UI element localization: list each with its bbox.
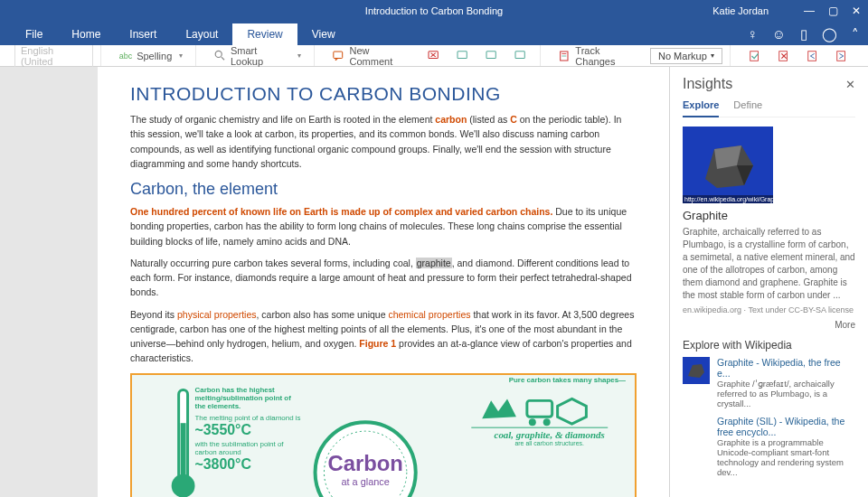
insights-tab-explore[interactable]: Explore (683, 99, 719, 117)
book-icon[interactable]: ▯ (800, 26, 807, 42)
svg-rect-4 (458, 51, 467, 58)
wiki-result-1[interactable]: Graphite - Wikipedia, the free e... Grap… (683, 357, 855, 408)
comment-prev-icon (457, 51, 469, 61)
paragraph-3: Naturally occurring pure carbon takes se… (130, 256, 637, 300)
chevron-up-icon[interactable]: ˄ (852, 26, 859, 42)
wiki-thumb-icon (683, 357, 710, 384)
insights-tab-define[interactable]: Define (733, 99, 762, 117)
tab-layout[interactable]: Layout (171, 23, 232, 45)
svg-rect-5 (486, 51, 495, 58)
svg-rect-12 (808, 51, 816, 61)
prev-change-icon (807, 50, 819, 62)
image-source-caption: http://en.wikipedia.org/wiki/Graph... (683, 195, 773, 203)
tab-insert[interactable]: Insert (115, 23, 171, 45)
title-bar: Introduction to Carbon Bonding Katie Jor… (0, 0, 868, 22)
infographic-figure: Carbon at a glance Carbon has the highes… (130, 373, 637, 497)
svg-point-22 (529, 418, 536, 426)
paragraph-4: Beyond its physical properties, carbon a… (130, 307, 637, 366)
selected-text[interactable]: graphite (416, 258, 452, 268)
insights-title: Insights (683, 76, 732, 92)
insights-more-link[interactable]: More (683, 320, 855, 330)
track-changes-icon (559, 50, 571, 62)
insights-source: en.wikipedia.org · Text under CC-BY-SA l… (683, 305, 855, 314)
next-change-button[interactable] (830, 48, 854, 64)
svg-rect-2 (334, 52, 343, 58)
new-comment-button[interactable]: New Comment (327, 43, 417, 69)
document-page[interactable]: INTRODUCTION TO CARBON BONDING The study… (98, 67, 669, 497)
svg-marker-28 (688, 364, 704, 378)
insights-pane: Insights ✕ Explore Define http://en.wiki… (669, 67, 868, 497)
lightbulb-icon[interactable]: ♀ (747, 26, 757, 42)
svg-point-16 (172, 474, 195, 497)
workspace: INTRODUCTION TO CARBON BONDING The study… (0, 67, 868, 497)
next-comment-button[interactable] (480, 49, 504, 63)
close-pane-button[interactable]: ✕ (845, 78, 855, 91)
window-controls: — ▢ ✕ (797, 0, 868, 22)
svg-rect-6 (515, 51, 524, 58)
tab-review[interactable]: Review (232, 23, 297, 45)
track-changes-button[interactable]: Track Changes (553, 43, 645, 69)
wiki-result-snippet: Graphite /ˈɡræfaɪt/, archaically referre… (717, 379, 855, 408)
accept-change-button[interactable] (743, 48, 767, 64)
comment-new-icon (333, 51, 344, 61)
paragraph-2: One hundred percent of known life on Ear… (130, 204, 637, 248)
spelling-label: Spelling (137, 51, 172, 61)
wiki-result-title: Graphite (SIL) - Wikipedia, the free enc… (717, 416, 855, 437)
paragraph-intro: The study of organic chemistry and life … (130, 112, 637, 171)
ribbon-right-icons: ♀ ☺ ▯ ◯ ˄ (747, 26, 859, 42)
comment-x-icon (428, 51, 440, 61)
svg-point-0 (215, 51, 222, 57)
svg-rect-15 (181, 423, 186, 479)
comment-next-icon (486, 51, 498, 61)
wiki-result-title: Graphite - Wikipedia, the free e... (717, 357, 855, 379)
heading-1: INTRODUCTION TO CARBON BONDING (130, 83, 637, 105)
show-comments-button[interactable] (509, 49, 533, 63)
prev-comment-button[interactable] (451, 49, 475, 63)
reject-change-button[interactable] (772, 48, 796, 64)
accept-icon (749, 50, 761, 62)
insights-image[interactable]: http://en.wikipedia.org/wiki/Graph... (683, 127, 773, 203)
tab-home[interactable]: Home (57, 23, 115, 45)
document-title: Introduction to Carbon Bonding (365, 5, 503, 16)
smart-lookup-label: Smart Lookup (231, 45, 290, 67)
smiley-icon[interactable]: ☺ (772, 26, 786, 42)
person-icon[interactable]: ◯ (822, 26, 837, 42)
insights-tabs: Explore Define (683, 99, 855, 117)
search-icon (214, 50, 226, 61)
markup-dropdown[interactable]: No Markup▾ (650, 48, 722, 64)
tab-file[interactable]: File (11, 23, 57, 45)
heading-2: Carbon, the element (130, 180, 637, 199)
restore-button[interactable]: ▢ (821, 0, 844, 22)
left-gutter (0, 67, 98, 497)
language-dropdown[interactable]: English (United (14, 42, 93, 70)
tab-view[interactable]: View (297, 23, 350, 45)
svg-text:Carbon: Carbon (327, 451, 402, 475)
svg-line-1 (222, 57, 224, 60)
minimize-button[interactable]: — (797, 0, 821, 22)
review-toolbar: English (United abc Spelling Smart Looku… (0, 45, 868, 67)
next-change-icon (835, 50, 848, 62)
new-comment-label: New Comment (350, 45, 411, 67)
reject-icon (778, 50, 790, 62)
wiki-result-snippet: Graphite is a programmable Unicode-compl… (717, 437, 855, 477)
spelling-button[interactable]: abc Spelling (114, 49, 189, 63)
insights-topic-title: Graphite (683, 209, 855, 222)
svg-rect-10 (750, 51, 759, 61)
smart-lookup-button[interactable]: Smart Lookup (209, 43, 307, 69)
insights-description: Graphite, archaically referred to as Plu… (683, 226, 855, 302)
ribbon-tabs: File Home Insert Layout Review View ♀ ☺ … (0, 22, 868, 45)
prev-change-button[interactable] (801, 48, 825, 64)
svg-rect-21 (527, 400, 552, 417)
explore-wikipedia-heading: Explore with Wikipedia (683, 339, 855, 352)
wiki-result-2[interactable]: Graphite (SIL) - Wikipedia, the free enc… (683, 416, 855, 477)
svg-text:at a glance: at a glance (341, 475, 389, 486)
user-name[interactable]: Katie Jordan (712, 5, 769, 16)
svg-point-23 (543, 418, 551, 426)
delete-comment-button[interactable] (422, 49, 446, 63)
close-button[interactable]: ✕ (844, 0, 868, 22)
comment-show-icon (514, 51, 527, 61)
track-changes-label: Track Changes (575, 45, 639, 67)
